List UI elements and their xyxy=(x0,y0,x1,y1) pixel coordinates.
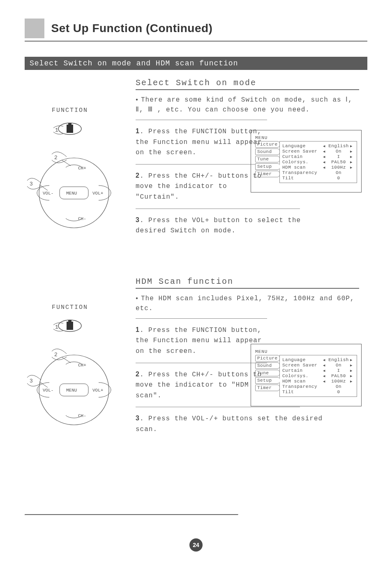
osd-tab-sound: Sound xyxy=(255,148,280,155)
osd-item-label: Screen Saver xyxy=(282,363,323,368)
osd-tab-sound: Sound xyxy=(255,362,280,369)
function-button-diagram: 1 xyxy=(45,116,95,139)
osd-item: Curtain◀I▶ xyxy=(282,154,354,159)
svg-rect-2 xyxy=(68,123,71,125)
osd-item: TransparencyOn xyxy=(282,170,354,175)
triangle-right-icon: ▶ xyxy=(350,160,354,165)
osd-item: TransparencyOn xyxy=(282,384,354,389)
svg-text:VOL-: VOL- xyxy=(43,388,53,393)
osd-panel: Language◀English▶Screen Saver◀On▶Curtain… xyxy=(279,355,357,397)
triangle-right-icon: ▶ xyxy=(350,155,354,159)
step-text: . Press the VOL+ button to select the de… xyxy=(136,217,301,235)
step-number: 1 xyxy=(136,128,140,134)
triangle-left-icon: ◀ xyxy=(323,144,327,148)
osd-item-label: Language xyxy=(282,357,323,362)
triangle-right-icon: ▶ xyxy=(350,379,354,384)
osd-item-value: PAL50 xyxy=(327,160,350,165)
osd-item: Screen Saver◀On▶ xyxy=(282,149,354,154)
osd-item: Language◀English▶ xyxy=(282,357,354,362)
divider xyxy=(136,209,300,209)
osd-tab-picture: Picture xyxy=(255,355,280,362)
osd-item: HDM scan◀100Hz▶ xyxy=(282,165,354,170)
osd-item-value: 0 xyxy=(327,176,350,181)
section1-step2: 2. Press the CH+/- buttons to move the i… xyxy=(136,167,263,206)
osd-item-label: Transparency xyxy=(282,170,323,175)
osd-item-value: On xyxy=(327,149,350,154)
step-text: . Press the FUNCTION button, the Functio… xyxy=(136,327,262,355)
callout-2-label: 2 xyxy=(54,155,58,161)
triangle-right-icon: ▶ xyxy=(350,374,354,378)
osd-item-label: Curtain xyxy=(282,154,323,159)
svg-text:VOL+: VOL+ xyxy=(92,388,103,393)
step-text: . Press the CH+/- buttons to move the in… xyxy=(136,371,262,399)
chminus-label: CH- xyxy=(78,216,86,221)
osd-item: HDM scan◀100Hz▶ xyxy=(282,379,354,384)
osd-item-label: HDM scan xyxy=(282,165,323,170)
dpad-diagram-1: MENU VOL- VOL+ CH+ CH- 2 3 xyxy=(25,144,115,234)
section2-title: HDM Scan function xyxy=(136,277,359,289)
page-number: 24 xyxy=(193,542,199,548)
section2-step1: 1. Press the FUNCTION button, the Functi… xyxy=(136,321,263,360)
divider xyxy=(136,164,267,165)
function-label-2: FUNCTION xyxy=(25,304,115,311)
triangle-left-icon: ◀ xyxy=(323,379,327,384)
triangle-left-icon: ◀ xyxy=(323,149,327,154)
osd-tab-timer: Timer xyxy=(255,385,280,391)
step-number: 3 xyxy=(136,216,140,223)
triangle-right-icon: ▶ xyxy=(350,369,354,373)
osd-item-value: 100Hz xyxy=(327,165,350,170)
svg-line-4 xyxy=(62,160,71,166)
osd-tab-tune: Tune xyxy=(255,370,280,376)
osd-header: MENU xyxy=(255,135,357,140)
osd-item-label: HDM scan xyxy=(282,379,323,384)
osd-item-value: 0 xyxy=(327,389,350,394)
step-text: . Press the FUNCTION button, the Functio… xyxy=(136,128,262,156)
callout-3-label: 3 xyxy=(30,181,33,187)
section1-step3: 3. Press the VOL+ button to select the d… xyxy=(136,211,308,240)
osd-item-value: English xyxy=(327,144,350,148)
volminus-label: VOL- xyxy=(43,191,53,196)
svg-rect-1 xyxy=(67,125,73,133)
divider xyxy=(136,120,267,120)
osd-item-value: 100Hz xyxy=(327,379,350,384)
osd-menu-2: MENU Picture Sound Tune Setup Timer Lang… xyxy=(251,344,362,406)
triangle-left-icon: ◀ xyxy=(323,155,327,159)
osd-item: Screen Saver◀On▶ xyxy=(282,363,354,368)
osd-item-value: English xyxy=(327,357,350,362)
osd-tabs: Picture Sound Tune Setup Timer xyxy=(255,355,280,397)
divider xyxy=(136,407,300,407)
page-number-badge: 24 xyxy=(189,538,203,552)
triangle-left-icon: ◀ xyxy=(323,358,327,362)
osd-item: Tilt0 xyxy=(282,389,354,394)
svg-text:CH+: CH+ xyxy=(78,363,86,368)
divider xyxy=(136,318,267,319)
header-rule xyxy=(25,41,367,42)
step-text: . Press the VOL-/+ buttons set the desir… xyxy=(136,415,323,433)
left-illustrations: FUNCTION 1 MENU VOL- VOL+ CH+ CH- xyxy=(25,107,115,431)
osd-item-label: Language xyxy=(282,144,323,148)
chplus-label: CH+ xyxy=(78,166,86,171)
svg-text:2: 2 xyxy=(54,352,58,358)
osd-item-label: Tilt xyxy=(282,389,323,394)
section2-step2: 2. Press the CH+/- buttons to move the i… xyxy=(136,366,263,405)
svg-text:MENU: MENU xyxy=(66,388,77,393)
section2-bullet: The HDM scan includes Pixel, 75Hz, 100Hz… xyxy=(136,294,357,313)
triangle-right-icon: ▶ xyxy=(350,149,354,154)
dpad-diagram-2: MENU VOL- VOL+ CH+ CH- 2 3 xyxy=(25,341,115,431)
osd-item-label: Screen Saver xyxy=(282,149,323,154)
step-number: 2 xyxy=(136,371,140,378)
osd-item-label: Transparency xyxy=(282,384,323,389)
osd-item-label: Tilt xyxy=(282,176,323,181)
section1-step1: 1. Press the FUNCTION button, the Functi… xyxy=(136,123,263,162)
bottom-rule xyxy=(25,514,238,515)
svg-rect-7 xyxy=(67,322,73,330)
osd-tab-picture: Picture xyxy=(255,141,280,148)
triangle-right-icon: ▶ xyxy=(350,358,354,362)
subsection-band: Select Switch on mode and HDM scan funct… xyxy=(25,57,367,70)
triangle-right-icon: ▶ xyxy=(350,165,354,170)
page-title: Set Up Function (Continued) xyxy=(51,22,212,35)
osd-menu-1: MENU Picture Sound Tune Setup Timer Lang… xyxy=(251,130,362,192)
header-decor-block xyxy=(25,19,44,38)
step-number: 3 xyxy=(136,415,140,422)
triangle-left-icon: ◀ xyxy=(323,160,327,165)
